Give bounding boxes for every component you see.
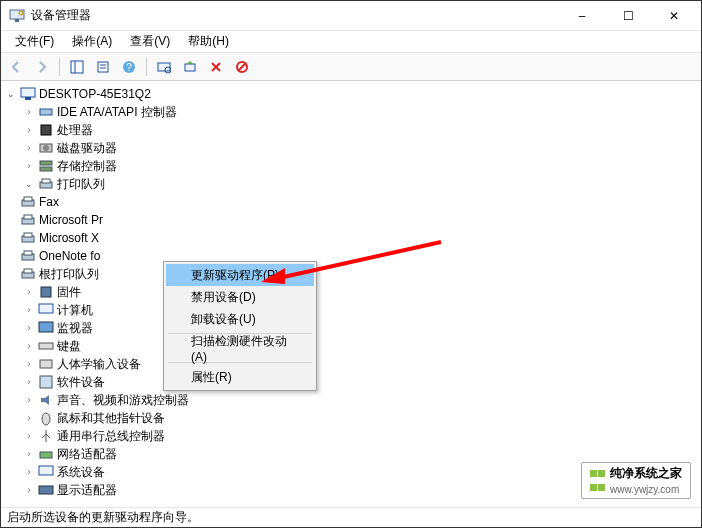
tree-sound[interactable]: › 声音、视频和游戏控制器 — [5, 391, 701, 409]
svg-text:?: ? — [126, 62, 132, 73]
watermark-name: 纯净系统之家 — [610, 466, 682, 480]
expand-icon[interactable]: › — [23, 106, 35, 118]
sound-icon — [38, 392, 54, 408]
tree-fax[interactable]: Fax — [5, 193, 701, 211]
svg-rect-45 — [39, 466, 53, 475]
tree-computer[interactable]: › 计算机 — [5, 301, 701, 319]
menu-action[interactable]: 操作(A) — [64, 31, 120, 52]
ctx-update-driver[interactable]: 更新驱动程序(P) — [166, 264, 314, 286]
tree-root[interactable]: ⌄ DESKTOP-45E31Q2 — [5, 85, 701, 103]
ctx-uninstall-device[interactable]: 卸载设备(U) — [166, 308, 314, 330]
uninstall-button[interactable] — [205, 56, 227, 78]
window-title: 设备管理器 — [31, 7, 559, 24]
scan-hardware-button[interactable] — [153, 56, 175, 78]
expand-icon[interactable]: › — [23, 394, 35, 406]
tree-disk-drives[interactable]: › 磁盘驱动器 — [5, 139, 701, 157]
svg-rect-23 — [40, 161, 52, 165]
tree-monitors[interactable]: › 监视器 — [5, 319, 701, 337]
tree-firmware[interactable]: › 固件 — [5, 283, 701, 301]
watermark-logo-icon — [590, 467, 606, 495]
expand-icon[interactable]: › — [23, 448, 35, 460]
svg-rect-44 — [40, 452, 52, 458]
collapse-icon[interactable]: ⌄ — [23, 178, 35, 190]
tree-ide-controllers[interactable]: › IDE ATA/ATAPI 控制器 — [5, 103, 701, 121]
expand-icon[interactable]: › — [23, 322, 35, 334]
printer-icon — [20, 230, 36, 246]
ctx-disable-device[interactable]: 禁用设备(D) — [166, 286, 314, 308]
ide-icon — [38, 104, 54, 120]
monitor-icon — [38, 320, 54, 336]
expand-icon[interactable]: › — [23, 124, 35, 136]
menu-file[interactable]: 文件(F) — [7, 31, 62, 52]
maximize-button[interactable]: ☐ — [605, 1, 651, 31]
tree-ms-xps[interactable]: Microsoft X — [5, 229, 701, 247]
expand-icon[interactable]: › — [23, 160, 35, 172]
svg-rect-1 — [15, 19, 19, 22]
expand-icon[interactable]: › — [23, 142, 35, 154]
context-menu: 更新驱动程序(P) 禁用设备(D) 卸载设备(U) 扫描检测硬件改动(A) 属性… — [163, 261, 317, 391]
expand-icon[interactable]: › — [23, 340, 35, 352]
ctx-properties[interactable]: 属性(R) — [166, 366, 314, 388]
disk-icon — [38, 140, 54, 156]
back-button — [5, 56, 27, 78]
menu-bar: 文件(F) 操作(A) 查看(V) 帮助(H) — [1, 31, 701, 53]
svg-rect-36 — [24, 269, 32, 273]
minimize-button[interactable]: – — [559, 1, 605, 31]
system-icon — [38, 464, 54, 480]
tree-software-devices[interactable]: › 软件设备 — [5, 373, 701, 391]
close-button[interactable]: ✕ — [651, 1, 697, 31]
expand-icon[interactable]: › — [23, 376, 35, 388]
tree-root-label: DESKTOP-45E31Q2 — [39, 87, 151, 101]
properties-button[interactable] — [92, 56, 114, 78]
svg-rect-17 — [21, 88, 35, 97]
tree-storage-controllers[interactable]: › 存储控制器 — [5, 157, 701, 175]
svg-rect-37 — [41, 287, 51, 297]
watermark: 纯净系统之家 www.ywjzy.com — [581, 462, 691, 499]
menu-view[interactable]: 查看(V) — [122, 31, 178, 52]
disable-button[interactable] — [231, 56, 253, 78]
svg-rect-19 — [40, 109, 52, 115]
tree-usb[interactable]: › 通用串行总线控制器 — [5, 427, 701, 445]
toolbar-separator — [59, 58, 60, 76]
svg-rect-38 — [39, 304, 53, 313]
computer-icon — [20, 86, 36, 102]
printer-icon — [20, 212, 36, 228]
toolbar-separator — [146, 58, 147, 76]
device-tree[interactable]: ⌄ DESKTOP-45E31Q2 › IDE ATA/ATAPI 控制器 › … — [1, 81, 701, 507]
printer-icon — [38, 176, 54, 192]
expand-icon[interactable]: › — [23, 358, 35, 370]
tree-ms-print[interactable]: Microsoft Pr — [5, 211, 701, 229]
storage-icon — [38, 158, 54, 174]
show-hide-tree-button[interactable] — [66, 56, 88, 78]
tree-processors[interactable]: › 处理器 — [5, 121, 701, 139]
printer-icon — [20, 194, 36, 210]
svg-rect-24 — [40, 167, 52, 171]
tree-keyboards[interactable]: › 键盘 — [5, 337, 701, 355]
keyboard-icon — [38, 338, 54, 354]
toolbar: ? — [1, 53, 701, 81]
expand-icon[interactable]: › — [23, 484, 35, 496]
title-bar: 设备管理器 – ☐ ✕ — [1, 1, 701, 31]
menu-help[interactable]: 帮助(H) — [180, 31, 237, 52]
help-button[interactable]: ? — [118, 56, 140, 78]
collapse-icon[interactable]: ⌄ — [5, 88, 17, 100]
tree-root-print[interactable]: 根打印队列 — [5, 265, 701, 283]
svg-rect-40 — [39, 343, 53, 349]
expand-icon[interactable]: › — [23, 466, 35, 478]
expand-icon[interactable]: › — [23, 412, 35, 424]
ctx-scan-hardware[interactable]: 扫描检测硬件改动(A) — [166, 337, 314, 359]
svg-rect-5 — [98, 62, 108, 72]
expand-icon[interactable]: › — [23, 430, 35, 442]
expand-icon[interactable]: › — [23, 304, 35, 316]
tree-print-queues[interactable]: ⌄ 打印队列 — [5, 175, 701, 193]
update-driver-button[interactable] — [179, 56, 201, 78]
tree-mice[interactable]: › 鼠标和其他指针设备 — [5, 409, 701, 427]
printer-icon — [20, 266, 36, 282]
tree-network[interactable]: › 网络适配器 — [5, 445, 701, 463]
svg-rect-41 — [40, 360, 52, 368]
tree-hid[interactable]: › 人体学输入设备 — [5, 355, 701, 373]
expand-icon[interactable]: › — [23, 286, 35, 298]
app-icon — [9, 8, 25, 24]
tree-onenote[interactable]: OneNote fo — [5, 247, 701, 265]
svg-rect-28 — [24, 197, 32, 201]
